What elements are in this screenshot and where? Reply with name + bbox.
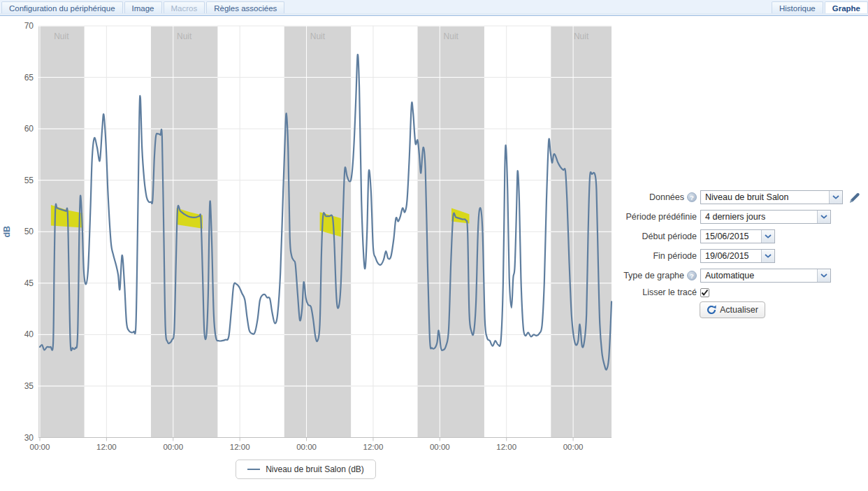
periode-select-value: 4 derniers jours <box>701 211 817 223</box>
y-axis-label: 50 <box>24 227 34 236</box>
night-band-label: Nuit <box>444 31 459 41</box>
lisser-checkbox[interactable] <box>700 288 709 297</box>
y-axis-label: 55 <box>24 176 34 185</box>
y-axis-label: 35 <box>24 381 34 391</box>
help-icon[interactable]: ? <box>687 271 697 280</box>
form-row-debut: Début période 15/06/2015 <box>601 229 775 243</box>
checkmark-icon <box>701 289 709 297</box>
x-axis-label: 00:00 <box>430 443 450 451</box>
legend-line-sample <box>247 469 260 471</box>
chevron-down-icon <box>829 191 842 204</box>
chevron-down-icon <box>817 211 830 223</box>
tab-image[interactable]: Image <box>124 1 162 13</box>
night-band-label: Nuit <box>54 31 69 41</box>
tab-group-left: Configuration du périphériqueImageMacros… <box>0 0 284 13</box>
donnees-label: Données <box>649 192 684 202</box>
night-band-label: Nuit <box>177 31 192 41</box>
tab-r-gles-associ-es[interactable]: Règles associées <box>206 1 284 13</box>
y-axis-title: dB <box>2 226 12 238</box>
x-axis-label: 12:00 <box>363 443 384 451</box>
tab-macros[interactable]: Macros <box>164 1 205 13</box>
tab-bar: Configuration du périphériqueImageMacros… <box>0 0 868 14</box>
tab-configuration-du-p-riph-rique[interactable]: Configuration du périphérique <box>1 1 123 13</box>
tab-historique[interactable]: Historique <box>772 1 823 13</box>
tab-graphe[interactable]: Graphe <box>825 1 868 13</box>
refresh-icon <box>707 305 716 315</box>
chevron-down-icon <box>817 269 830 282</box>
debut-select-value: 15/06/2015 <box>701 230 761 243</box>
donnees-select[interactable]: Niveau de bruit Salon <box>700 190 843 204</box>
chevron-down-icon <box>761 230 774 243</box>
type-label: Type de graphe <box>623 271 684 280</box>
noise-level-chart[interactable]: NuitNuitNuitNuitNuit00:0012:0000:0012:00… <box>0 17 615 465</box>
actualiser-button-label: Actualiser <box>720 305 758 315</box>
x-axis-label: 12:00 <box>96 443 117 451</box>
y-axis-label: 70 <box>24 21 34 31</box>
y-axis-label: 30 <box>24 433 34 443</box>
tabbar-underline <box>0 15 868 16</box>
actualiser-button[interactable]: Actualiser <box>700 301 765 318</box>
y-axis-label: 60 <box>24 124 34 134</box>
form-row-type: Type de graphe ? Automatique <box>601 269 831 283</box>
periode-label: Période prédéfinie <box>626 212 697 222</box>
fin-select[interactable]: 19/06/2015 <box>700 249 775 263</box>
x-axis-label: 00:00 <box>163 443 183 451</box>
fin-select-value: 19/06/2015 <box>701 250 761 262</box>
chevron-down-icon <box>761 250 774 262</box>
night-band-label: Nuit <box>310 31 326 41</box>
x-axis-label: 00:00 <box>30 443 50 451</box>
help-icon[interactable]: ? <box>687 192 697 202</box>
debut-select[interactable]: 15/06/2015 <box>700 229 775 243</box>
form-row-lisser: Lisser le tracé <box>601 285 709 299</box>
form-row-fin: Fin période 19/06/2015 <box>601 249 775 263</box>
periode-select[interactable]: 4 derniers jours <box>700 210 831 224</box>
lisser-label: Lisser le tracé <box>642 287 697 297</box>
y-axis-label: 65 <box>24 73 34 83</box>
chart-legend[interactable]: Niveau de bruit Salon (dB) <box>236 460 376 479</box>
tab-group-right: HistoriqueGraphe <box>770 0 868 13</box>
donnees-select-value: Niveau de bruit Salon <box>701 191 829 204</box>
x-axis-label: 12:00 <box>230 443 250 451</box>
type-select-value: Automatique <box>701 269 817 282</box>
fin-label: Fin période <box>653 251 697 261</box>
night-band-label: Nuit <box>574 31 589 41</box>
x-axis-label: 00:00 <box>296 443 317 451</box>
form-row-periode: Période prédéfinie 4 derniers jours <box>601 210 831 224</box>
x-axis-label: 12:00 <box>496 443 516 451</box>
debut-label: Début période <box>642 232 697 241</box>
form-row-donnees: Données ? Niveau de bruit Salon <box>601 190 843 204</box>
chart-canvas[interactable]: NuitNuitNuitNuitNuit00:0012:0000:0012:00… <box>0 17 615 465</box>
legend-label: Niveau de bruit Salon (dB) <box>266 464 364 474</box>
type-select[interactable]: Automatique <box>700 269 831 283</box>
y-axis-label: 45 <box>24 278 34 288</box>
y-axis-label: 40 <box>24 329 34 339</box>
edit-pencil-icon[interactable] <box>848 192 861 204</box>
x-axis-label: 00:00 <box>563 443 584 451</box>
